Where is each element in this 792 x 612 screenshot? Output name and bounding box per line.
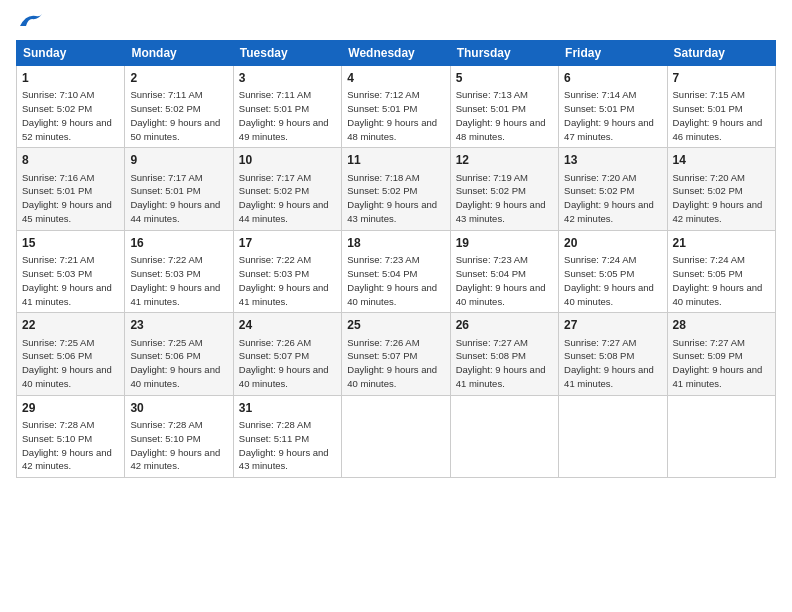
sunrise-info: Sunrise: 7:23 AMSunset: 5:04 PMDaylight:…	[347, 254, 437, 306]
header-day-sunday: Sunday	[17, 41, 125, 66]
sunrise-info: Sunrise: 7:13 AMSunset: 5:01 PMDaylight:…	[456, 89, 546, 141]
day-number: 24	[239, 317, 336, 333]
day-number: 17	[239, 235, 336, 251]
calendar-week-4: 22Sunrise: 7:25 AMSunset: 5:06 PMDayligh…	[17, 313, 776, 395]
calendar-cell: 16Sunrise: 7:22 AMSunset: 5:03 PMDayligh…	[125, 230, 233, 312]
calendar-cell: 4Sunrise: 7:12 AMSunset: 5:01 PMDaylight…	[342, 66, 450, 148]
sunrise-info: Sunrise: 7:28 AMSunset: 5:11 PMDaylight:…	[239, 419, 329, 471]
header	[16, 16, 776, 30]
calendar-cell: 22Sunrise: 7:25 AMSunset: 5:06 PMDayligh…	[17, 313, 125, 395]
day-number: 7	[673, 70, 770, 86]
calendar-cell: 10Sunrise: 7:17 AMSunset: 5:02 PMDayligh…	[233, 148, 341, 230]
calendar-cell: 31Sunrise: 7:28 AMSunset: 5:11 PMDayligh…	[233, 395, 341, 477]
sunrise-info: Sunrise: 7:20 AMSunset: 5:02 PMDaylight:…	[564, 172, 654, 224]
day-number: 31	[239, 400, 336, 416]
sunrise-info: Sunrise: 7:25 AMSunset: 5:06 PMDaylight:…	[22, 337, 112, 389]
calendar-cell	[342, 395, 450, 477]
calendar-week-5: 29Sunrise: 7:28 AMSunset: 5:10 PMDayligh…	[17, 395, 776, 477]
logo	[16, 16, 44, 30]
day-number: 10	[239, 152, 336, 168]
sunrise-info: Sunrise: 7:11 AMSunset: 5:02 PMDaylight:…	[130, 89, 220, 141]
sunrise-info: Sunrise: 7:27 AMSunset: 5:09 PMDaylight:…	[673, 337, 763, 389]
calendar-table: SundayMondayTuesdayWednesdayThursdayFrid…	[16, 40, 776, 478]
day-number: 23	[130, 317, 227, 333]
sunrise-info: Sunrise: 7:16 AMSunset: 5:01 PMDaylight:…	[22, 172, 112, 224]
day-number: 22	[22, 317, 119, 333]
calendar-header: SundayMondayTuesdayWednesdayThursdayFrid…	[17, 41, 776, 66]
day-number: 11	[347, 152, 444, 168]
day-number: 27	[564, 317, 661, 333]
calendar-cell: 9Sunrise: 7:17 AMSunset: 5:01 PMDaylight…	[125, 148, 233, 230]
day-number: 30	[130, 400, 227, 416]
sunrise-info: Sunrise: 7:28 AMSunset: 5:10 PMDaylight:…	[130, 419, 220, 471]
page-container: SundayMondayTuesdayWednesdayThursdayFrid…	[0, 0, 792, 486]
day-number: 15	[22, 235, 119, 251]
calendar-cell: 15Sunrise: 7:21 AMSunset: 5:03 PMDayligh…	[17, 230, 125, 312]
sunrise-info: Sunrise: 7:25 AMSunset: 5:06 PMDaylight:…	[130, 337, 220, 389]
calendar-cell	[559, 395, 667, 477]
header-day-monday: Monday	[125, 41, 233, 66]
calendar-cell: 25Sunrise: 7:26 AMSunset: 5:07 PMDayligh…	[342, 313, 450, 395]
header-day-wednesday: Wednesday	[342, 41, 450, 66]
calendar-week-3: 15Sunrise: 7:21 AMSunset: 5:03 PMDayligh…	[17, 230, 776, 312]
day-number: 1	[22, 70, 119, 86]
sunrise-info: Sunrise: 7:26 AMSunset: 5:07 PMDaylight:…	[347, 337, 437, 389]
day-number: 14	[673, 152, 770, 168]
day-number: 16	[130, 235, 227, 251]
header-row: SundayMondayTuesdayWednesdayThursdayFrid…	[17, 41, 776, 66]
calendar-cell: 24Sunrise: 7:26 AMSunset: 5:07 PMDayligh…	[233, 313, 341, 395]
calendar-cell: 19Sunrise: 7:23 AMSunset: 5:04 PMDayligh…	[450, 230, 558, 312]
calendar-cell: 17Sunrise: 7:22 AMSunset: 5:03 PMDayligh…	[233, 230, 341, 312]
calendar-week-1: 1Sunrise: 7:10 AMSunset: 5:02 PMDaylight…	[17, 66, 776, 148]
calendar-cell: 23Sunrise: 7:25 AMSunset: 5:06 PMDayligh…	[125, 313, 233, 395]
sunrise-info: Sunrise: 7:24 AMSunset: 5:05 PMDaylight:…	[673, 254, 763, 306]
sunrise-info: Sunrise: 7:12 AMSunset: 5:01 PMDaylight:…	[347, 89, 437, 141]
calendar-cell: 26Sunrise: 7:27 AMSunset: 5:08 PMDayligh…	[450, 313, 558, 395]
day-number: 20	[564, 235, 661, 251]
calendar-cell: 1Sunrise: 7:10 AMSunset: 5:02 PMDaylight…	[17, 66, 125, 148]
calendar-week-2: 8Sunrise: 7:16 AMSunset: 5:01 PMDaylight…	[17, 148, 776, 230]
calendar-cell: 3Sunrise: 7:11 AMSunset: 5:01 PMDaylight…	[233, 66, 341, 148]
sunrise-info: Sunrise: 7:23 AMSunset: 5:04 PMDaylight:…	[456, 254, 546, 306]
calendar-cell: 14Sunrise: 7:20 AMSunset: 5:02 PMDayligh…	[667, 148, 775, 230]
day-number: 28	[673, 317, 770, 333]
calendar-cell: 2Sunrise: 7:11 AMSunset: 5:02 PMDaylight…	[125, 66, 233, 148]
calendar-cell: 7Sunrise: 7:15 AMSunset: 5:01 PMDaylight…	[667, 66, 775, 148]
sunrise-info: Sunrise: 7:20 AMSunset: 5:02 PMDaylight:…	[673, 172, 763, 224]
header-day-tuesday: Tuesday	[233, 41, 341, 66]
sunrise-info: Sunrise: 7:28 AMSunset: 5:10 PMDaylight:…	[22, 419, 112, 471]
logo-bird-icon	[18, 12, 44, 30]
sunrise-info: Sunrise: 7:27 AMSunset: 5:08 PMDaylight:…	[456, 337, 546, 389]
day-number: 3	[239, 70, 336, 86]
day-number: 12	[456, 152, 553, 168]
calendar-cell: 11Sunrise: 7:18 AMSunset: 5:02 PMDayligh…	[342, 148, 450, 230]
calendar-cell: 5Sunrise: 7:13 AMSunset: 5:01 PMDaylight…	[450, 66, 558, 148]
sunrise-info: Sunrise: 7:17 AMSunset: 5:02 PMDaylight:…	[239, 172, 329, 224]
calendar-cell: 6Sunrise: 7:14 AMSunset: 5:01 PMDaylight…	[559, 66, 667, 148]
day-number: 26	[456, 317, 553, 333]
header-day-saturday: Saturday	[667, 41, 775, 66]
day-number: 9	[130, 152, 227, 168]
calendar-cell	[450, 395, 558, 477]
sunrise-info: Sunrise: 7:27 AMSunset: 5:08 PMDaylight:…	[564, 337, 654, 389]
sunrise-info: Sunrise: 7:15 AMSunset: 5:01 PMDaylight:…	[673, 89, 763, 141]
day-number: 5	[456, 70, 553, 86]
day-number: 21	[673, 235, 770, 251]
sunrise-info: Sunrise: 7:21 AMSunset: 5:03 PMDaylight:…	[22, 254, 112, 306]
sunrise-info: Sunrise: 7:26 AMSunset: 5:07 PMDaylight:…	[239, 337, 329, 389]
sunrise-info: Sunrise: 7:14 AMSunset: 5:01 PMDaylight:…	[564, 89, 654, 141]
header-day-thursday: Thursday	[450, 41, 558, 66]
day-number: 18	[347, 235, 444, 251]
calendar-cell: 12Sunrise: 7:19 AMSunset: 5:02 PMDayligh…	[450, 148, 558, 230]
day-number: 4	[347, 70, 444, 86]
sunrise-info: Sunrise: 7:24 AMSunset: 5:05 PMDaylight:…	[564, 254, 654, 306]
calendar-cell: 27Sunrise: 7:27 AMSunset: 5:08 PMDayligh…	[559, 313, 667, 395]
calendar-cell	[667, 395, 775, 477]
sunrise-info: Sunrise: 7:19 AMSunset: 5:02 PMDaylight:…	[456, 172, 546, 224]
day-number: 8	[22, 152, 119, 168]
sunrise-info: Sunrise: 7:22 AMSunset: 5:03 PMDaylight:…	[130, 254, 220, 306]
day-number: 29	[22, 400, 119, 416]
sunrise-info: Sunrise: 7:17 AMSunset: 5:01 PMDaylight:…	[130, 172, 220, 224]
calendar-cell: 20Sunrise: 7:24 AMSunset: 5:05 PMDayligh…	[559, 230, 667, 312]
calendar-cell: 13Sunrise: 7:20 AMSunset: 5:02 PMDayligh…	[559, 148, 667, 230]
